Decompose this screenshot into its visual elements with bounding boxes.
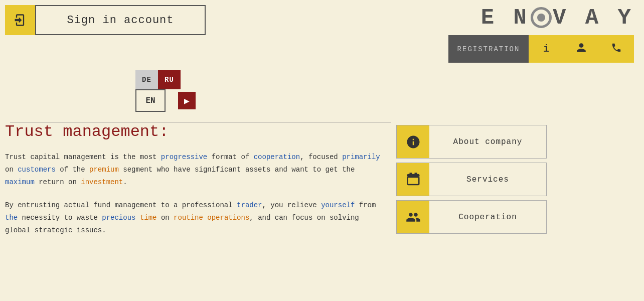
lang-de-button[interactable]: DE [135,70,158,89]
header: Sign in account E N V A Y REGISTRATION i [0,0,644,68]
cooperation-icon [397,201,429,233]
phone-button[interactable] [599,35,634,63]
phone-icon [611,42,622,56]
about-icon [397,125,429,158]
services-icon [397,163,429,196]
header-left: Sign in account [5,5,206,35]
page-title: Trust management: [5,122,386,141]
lang-ru-button[interactable]: RU [158,70,181,89]
info-icon: i [543,43,549,55]
lang-switcher: DE RU EN ▶ [135,70,196,112]
content-left: Trust management: Trust capital manageme… [5,122,386,247]
logo-circle-icon [531,7,552,28]
signin-icon-button[interactable] [5,5,35,35]
para-2: By entrusting actual fund management to … [5,199,386,237]
signin-arrow-icon [13,13,27,27]
logo-text: E N [481,5,530,30]
header-right: E N V A Y REGISTRATION i [448,5,634,63]
sidebar-item-cooperation[interactable]: Cooperation [396,200,547,234]
lang-current[interactable]: EN [135,89,166,112]
lang-section: DE RU EN ▶ [0,68,644,112]
lang-play-button[interactable]: ▶ [178,92,196,109]
services-label: Services [429,163,546,196]
nav-buttons: REGISTRATION i [448,35,634,63]
info-button[interactable]: i [529,35,564,63]
about-label: About company [429,125,546,158]
play-icon: ▶ [184,97,190,105]
logo: E N V A Y [481,5,634,30]
user-icon [576,42,587,56]
signin-text-button[interactable]: Sign in account [35,5,206,35]
cooperation-label: Cooperation [429,201,546,233]
user-button[interactable] [564,35,599,63]
main-content: Trust management: Trust capital manageme… [0,122,644,247]
sidebar-nav: About company Services Cooperation [396,122,547,247]
lang-top-row: DE RU [135,70,181,89]
para-1: Trust capital management is the most pro… [5,151,386,189]
sidebar-item-services[interactable]: Services [396,163,547,196]
sidebar-item-about[interactable]: About company [396,125,547,159]
logo-text-2: V A Y [553,5,634,30]
registration-button[interactable]: REGISTRATION [448,35,529,63]
